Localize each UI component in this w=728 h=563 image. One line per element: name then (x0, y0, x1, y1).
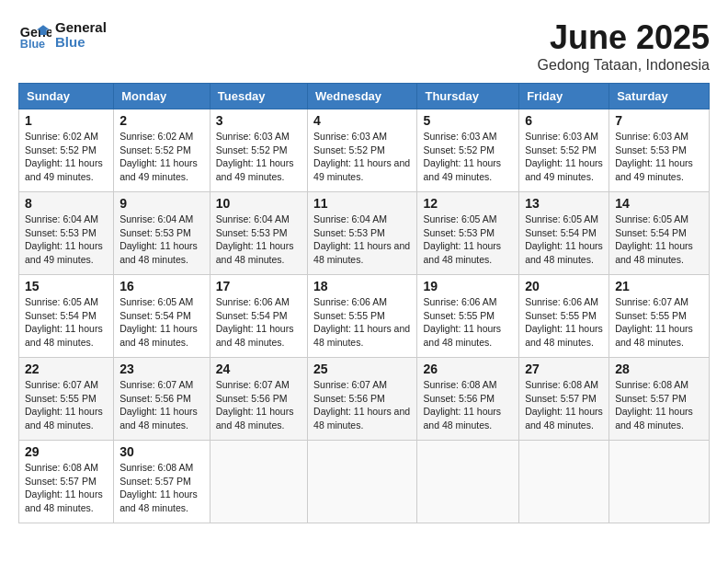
calendar-week-row: 15 Sunrise: 6:05 AMSunset: 5:54 PMDaylig… (19, 275, 710, 358)
table-row: 2 Sunrise: 6:02 AMSunset: 5:52 PMDayligh… (114, 109, 210, 192)
location-title: Gedong Tataan, Indonesia (538, 57, 710, 74)
day-number: 20 (525, 279, 603, 293)
table-row: 7 Sunrise: 6:03 AMSunset: 5:53 PMDayligh… (609, 109, 710, 192)
day-number: 24 (216, 362, 301, 376)
day-info: Sunrise: 6:05 AMSunset: 5:54 PMDaylight:… (119, 296, 198, 348)
table-row: 17 Sunrise: 6:06 AMSunset: 5:54 PMDaylig… (210, 275, 307, 358)
col-monday: Monday (114, 84, 210, 109)
table-row: 22 Sunrise: 6:07 AMSunset: 5:55 PMDaylig… (19, 358, 114, 441)
day-number: 3 (216, 113, 301, 128)
day-number: 7 (615, 113, 703, 128)
table-row: 28 Sunrise: 6:08 AMSunset: 5:57 PMDaylig… (609, 358, 710, 441)
table-row (210, 441, 307, 523)
table-row: 20 Sunrise: 6:06 AMSunset: 5:55 PMDaylig… (519, 275, 609, 358)
col-tuesday: Tuesday (210, 84, 307, 109)
table-row: 8 Sunrise: 6:04 AMSunset: 5:53 PMDayligh… (19, 192, 114, 275)
day-info: Sunrise: 6:07 AMSunset: 5:56 PMDaylight:… (313, 379, 410, 431)
table-row (519, 441, 609, 523)
logo-text-blue: Blue (55, 35, 107, 51)
table-row: 13 Sunrise: 6:05 AMSunset: 5:54 PMDaylig… (519, 192, 609, 275)
logo: General Blue General Blue (18, 18, 107, 52)
table-row: 18 Sunrise: 6:06 AMSunset: 5:55 PMDaylig… (308, 275, 417, 358)
page-header: General Blue General Blue June 2025 Gedo… (18, 18, 710, 74)
table-row (308, 441, 417, 523)
day-info: Sunrise: 6:08 AMSunset: 5:56 PMDaylight:… (423, 379, 501, 431)
day-number: 22 (25, 362, 108, 376)
day-number: 9 (119, 196, 204, 211)
table-row: 23 Sunrise: 6:07 AMSunset: 5:56 PMDaylig… (114, 358, 210, 441)
table-row: 14 Sunrise: 6:05 AMSunset: 5:54 PMDaylig… (609, 192, 710, 275)
day-info: Sunrise: 6:04 AMSunset: 5:53 PMDaylight:… (216, 213, 294, 265)
day-number: 8 (25, 196, 108, 211)
table-row: 21 Sunrise: 6:07 AMSunset: 5:55 PMDaylig… (609, 275, 710, 358)
day-number: 14 (615, 196, 703, 211)
day-number: 18 (313, 279, 411, 293)
day-info: Sunrise: 6:05 AMSunset: 5:53 PMDaylight:… (423, 213, 501, 265)
day-number: 30 (119, 444, 204, 459)
day-info: Sunrise: 6:03 AMSunset: 5:53 PMDaylight:… (615, 131, 693, 182)
table-row: 24 Sunrise: 6:07 AMSunset: 5:56 PMDaylig… (210, 358, 307, 441)
calendar-week-row: 29 Sunrise: 6:08 AMSunset: 5:57 PMDaylig… (19, 441, 710, 523)
day-info: Sunrise: 6:05 AMSunset: 5:54 PMDaylight:… (615, 213, 693, 265)
table-row: 6 Sunrise: 6:03 AMSunset: 5:52 PMDayligh… (519, 109, 609, 192)
day-number: 13 (525, 196, 603, 211)
col-saturday: Saturday (609, 84, 710, 109)
day-info: Sunrise: 6:04 AMSunset: 5:53 PMDaylight:… (313, 213, 410, 265)
day-info: Sunrise: 6:04 AMSunset: 5:53 PMDaylight:… (119, 213, 198, 265)
table-row: 12 Sunrise: 6:05 AMSunset: 5:53 PMDaylig… (417, 192, 519, 275)
table-row (609, 441, 710, 523)
day-info: Sunrise: 6:05 AMSunset: 5:54 PMDaylight:… (25, 296, 103, 348)
calendar-week-row: 8 Sunrise: 6:04 AMSunset: 5:53 PMDayligh… (19, 192, 710, 275)
table-row: 19 Sunrise: 6:06 AMSunset: 5:55 PMDaylig… (417, 275, 519, 358)
day-info: Sunrise: 6:02 AMSunset: 5:52 PMDaylight:… (119, 131, 198, 182)
calendar-week-row: 1 Sunrise: 6:02 AMSunset: 5:52 PMDayligh… (19, 109, 710, 192)
table-row: 9 Sunrise: 6:04 AMSunset: 5:53 PMDayligh… (114, 192, 210, 275)
day-info: Sunrise: 6:07 AMSunset: 5:56 PMDaylight:… (119, 379, 198, 431)
day-number: 23 (119, 362, 204, 376)
calendar-week-row: 22 Sunrise: 6:07 AMSunset: 5:55 PMDaylig… (19, 358, 710, 441)
col-thursday: Thursday (417, 84, 519, 109)
day-number: 17 (216, 279, 301, 293)
table-row: 16 Sunrise: 6:05 AMSunset: 5:54 PMDaylig… (114, 275, 210, 358)
svg-text:General: General (20, 25, 51, 40)
table-row: 27 Sunrise: 6:08 AMSunset: 5:57 PMDaylig… (519, 358, 609, 441)
day-info: Sunrise: 6:07 AMSunset: 5:55 PMDaylight:… (615, 296, 693, 348)
day-info: Sunrise: 6:06 AMSunset: 5:55 PMDaylight:… (423, 296, 501, 348)
day-info: Sunrise: 6:05 AMSunset: 5:54 PMDaylight:… (525, 213, 603, 265)
day-info: Sunrise: 6:06 AMSunset: 5:54 PMDaylight:… (216, 296, 294, 348)
day-number: 11 (313, 196, 411, 211)
day-number: 21 (615, 279, 703, 293)
table-row: 26 Sunrise: 6:08 AMSunset: 5:56 PMDaylig… (417, 358, 519, 441)
day-number: 19 (423, 279, 513, 293)
day-info: Sunrise: 6:06 AMSunset: 5:55 PMDaylight:… (313, 296, 410, 348)
logo-icon: General Blue (18, 18, 51, 52)
header-row: Sunday Monday Tuesday Wednesday Thursday… (19, 84, 710, 109)
day-number: 1 (25, 113, 108, 128)
month-title: June 2025 (538, 18, 710, 57)
day-info: Sunrise: 6:03 AMSunset: 5:52 PMDaylight:… (216, 131, 294, 182)
table-row: 4 Sunrise: 6:03 AMSunset: 5:52 PMDayligh… (308, 109, 417, 192)
title-block: June 2025 Gedong Tataan, Indonesia (538, 18, 710, 74)
day-info: Sunrise: 6:06 AMSunset: 5:55 PMDaylight:… (525, 296, 603, 348)
col-friday: Friday (519, 84, 609, 109)
table-row: 10 Sunrise: 6:04 AMSunset: 5:53 PMDaylig… (210, 192, 307, 275)
day-info: Sunrise: 6:03 AMSunset: 5:52 PMDaylight:… (423, 131, 501, 182)
day-info: Sunrise: 6:07 AMSunset: 5:56 PMDaylight:… (216, 379, 294, 431)
day-number: 10 (216, 196, 301, 211)
table-row: 11 Sunrise: 6:04 AMSunset: 5:53 PMDaylig… (308, 192, 417, 275)
table-row: 15 Sunrise: 6:05 AMSunset: 5:54 PMDaylig… (19, 275, 114, 358)
day-number: 16 (119, 279, 204, 293)
day-number: 4 (313, 113, 411, 128)
table-row: 25 Sunrise: 6:07 AMSunset: 5:56 PMDaylig… (308, 358, 417, 441)
day-info: Sunrise: 6:07 AMSunset: 5:55 PMDaylight:… (25, 379, 103, 431)
day-info: Sunrise: 6:04 AMSunset: 5:53 PMDaylight:… (25, 213, 103, 265)
day-info: Sunrise: 6:03 AMSunset: 5:52 PMDaylight:… (525, 131, 603, 182)
day-info: Sunrise: 6:08 AMSunset: 5:57 PMDaylight:… (525, 379, 603, 431)
table-row: 30 Sunrise: 6:08 AMSunset: 5:57 PMDaylig… (114, 441, 210, 523)
day-number: 2 (119, 113, 204, 128)
day-number: 5 (423, 113, 513, 128)
day-number: 29 (25, 444, 108, 459)
day-number: 26 (423, 362, 513, 376)
day-info: Sunrise: 6:08 AMSunset: 5:57 PMDaylight:… (615, 379, 693, 431)
day-info: Sunrise: 6:08 AMSunset: 5:57 PMDaylight:… (119, 462, 198, 513)
